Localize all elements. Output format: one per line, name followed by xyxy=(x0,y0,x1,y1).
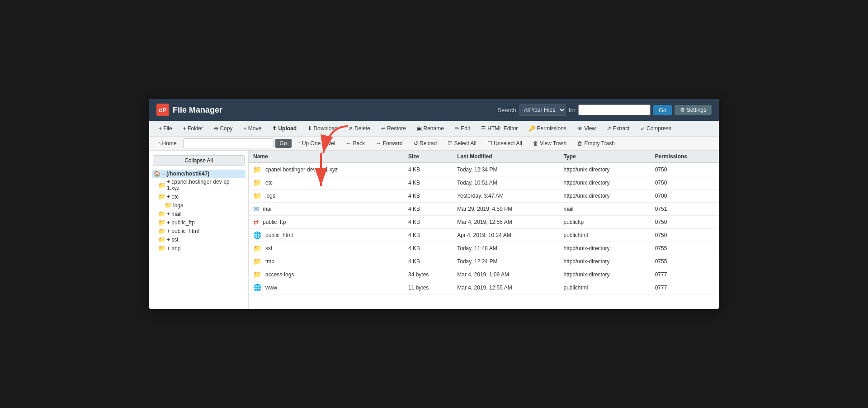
home-icon: 🏠 xyxy=(154,171,160,177)
table-row[interactable]: 📁 etc 4 KB Today, 10:51 AM httpd/unix-di… xyxy=(249,176,719,190)
sidebar: Collapse All 🏠 – (/home/hosti647) 📁 + cp… xyxy=(149,151,249,309)
tree-item-mail[interactable]: 📁 + mail xyxy=(152,209,245,218)
collapse-all-button[interactable]: Collapse All xyxy=(153,155,245,166)
col-name[interactable]: Name xyxy=(249,151,404,163)
html-editor-button[interactable]: ☰ HTML Editor xyxy=(476,123,523,134)
cell-type: publicftp xyxy=(559,216,651,229)
navigation-bar: ⌂ Home Go ↑ Up One Level ← Back → Forwar… xyxy=(149,137,719,151)
cell-permissions: 0777 xyxy=(651,281,719,294)
view-button[interactable]: 👁 View xyxy=(572,123,601,134)
tree-item-logs[interactable]: 📁 logs xyxy=(152,201,245,209)
back-button[interactable]: ← Back xyxy=(341,138,369,148)
file-name-text: tmp xyxy=(265,258,274,265)
table-row[interactable]: 🌐 www 11 bytes Mar 4, 2019, 12:55 AM pub… xyxy=(249,281,719,294)
permissions-button[interactable]: 🔑 Permissions xyxy=(524,123,571,134)
table-header-row: Name Size Last Modified Type Permissions xyxy=(249,151,719,163)
tree-item-etc[interactable]: 📁 + etc xyxy=(152,192,245,201)
file-icon-folder: 📁 xyxy=(253,257,262,266)
cell-type: httpd/unix-directory xyxy=(559,190,651,203)
cell-size: 4 KB xyxy=(404,255,453,268)
table-row[interactable]: 📁 logs 4 KB Yesterday, 3:47 AM httpd/uni… xyxy=(249,190,719,203)
delete-button[interactable]: ✕ Delete xyxy=(344,123,375,134)
cell-name: 📁 access-logs xyxy=(249,268,404,281)
copy-button[interactable]: ⊕ Copy xyxy=(209,123,237,134)
col-type[interactable]: Type xyxy=(559,151,651,163)
tree-item-root[interactable]: 🏠 – (/home/hosti647) xyxy=(152,170,245,178)
cell-type: httpd/unix-directory xyxy=(559,268,651,281)
home-button[interactable]: ⌂ Home xyxy=(153,138,181,148)
file-table: Name Size Last Modified Type Permissions… xyxy=(249,151,719,294)
table-row[interactable]: 🌐 public_html 4 KB Apr 4, 2019, 10:24 AM… xyxy=(249,229,719,242)
search-input[interactable] xyxy=(578,104,651,115)
path-input[interactable] xyxy=(183,138,274,148)
logo: cP File Manager xyxy=(156,104,222,116)
cell-permissions: 0750 xyxy=(651,216,719,229)
tree-item-public-ftp[interactable]: 📁 + public_ftp xyxy=(152,218,245,227)
cell-type: mail xyxy=(559,203,651,216)
file-name-text: www xyxy=(265,285,277,291)
extract-button[interactable]: ↗ Extract xyxy=(602,123,635,134)
forward-button[interactable]: → Forward xyxy=(371,138,407,148)
new-folder-button[interactable]: + Folder xyxy=(178,123,208,134)
col-modified[interactable]: Last Modified xyxy=(453,151,559,163)
table-row[interactable]: 📁 ssl 4 KB Today, 11:48 AM httpd/unix-di… xyxy=(249,242,719,255)
compress-button[interactable]: ↙ Compress xyxy=(636,123,676,134)
cell-size: 11 bytes xyxy=(404,281,453,294)
cell-name: 📁 ssl xyxy=(249,242,404,255)
cell-modified: Apr 4, 2019, 10:24 AM xyxy=(453,229,559,242)
cell-size: 34 bytes xyxy=(404,268,453,281)
select-all-button[interactable]: ☑ Select All xyxy=(443,138,481,148)
file-icon-ftp: ⇄ xyxy=(253,218,259,226)
file-icon-web: 🌐 xyxy=(253,284,262,292)
file-icon-folder: 📁 xyxy=(253,192,262,200)
upload-button[interactable]: ⬆ Upload xyxy=(267,123,302,134)
file-tree: 🏠 – (/home/hosti647) 📁 + cpanel.hostinge… xyxy=(149,168,248,254)
folder-icon: 📁 xyxy=(158,245,165,251)
table-row[interactable]: ⇄ public_ftp 4 KB Mar 4, 2019, 12:55 AM … xyxy=(249,216,719,229)
view-trash-button[interactable]: 🗑 View Trash xyxy=(528,138,571,148)
search-scope-select[interactable]: All Your Files xyxy=(519,104,566,116)
cell-name: 📁 logs xyxy=(249,190,404,203)
file-icon-web: 🌐 xyxy=(253,231,262,239)
cell-name: 📁 cpanel.hostinger-dev-cp-1.xyz xyxy=(249,163,404,176)
table-row[interactable]: 📁 access-logs 34 bytes Mar 4, 2019, 1:09… xyxy=(249,268,719,281)
cell-name: ✉ mail xyxy=(249,203,404,216)
cell-name: 📁 tmp xyxy=(249,255,404,268)
unselect-all-button[interactable]: ☐ Unselect All xyxy=(483,138,527,148)
file-name-text: public_html xyxy=(265,232,293,238)
path-go-button[interactable]: Go xyxy=(275,139,292,148)
cell-permissions: 0750 xyxy=(651,229,719,242)
table-row[interactable]: ✉ mail 4 KB Mar 29, 2019, 4:59 PM mail 0… xyxy=(249,203,719,216)
settings-button[interactable]: ⚙ Settings xyxy=(675,105,712,115)
cell-size: 4 KB xyxy=(404,229,453,242)
folder-icon: 📁 xyxy=(158,182,165,189)
folder-icon: 📁 xyxy=(165,202,172,209)
col-size[interactable]: Size xyxy=(404,151,453,163)
rename-button[interactable]: ▣ Rename xyxy=(412,123,449,134)
restore-button[interactable]: ↩ Restore xyxy=(376,123,411,134)
empty-trash-button[interactable]: 🗑 Empty Trash xyxy=(573,138,619,148)
tree-item-ssl[interactable]: 📁 + ssl xyxy=(152,235,245,244)
file-name-text: logs xyxy=(265,193,275,199)
search-go-button[interactable]: Go xyxy=(653,105,672,115)
tree-item-public-html[interactable]: 📁 + public_html xyxy=(152,227,245,235)
new-file-button[interactable]: + File xyxy=(154,123,177,134)
cell-name: 🌐 www xyxy=(249,281,404,294)
tree-item-cpanel[interactable]: 📁 + cpanel.hostinger-dev-cp-1.xyz xyxy=(152,178,245,192)
folder-icon: 📁 xyxy=(158,236,165,243)
table-row[interactable]: 📁 tmp 4 KB Today, 12:24 PM httpd/unix-di… xyxy=(249,255,719,268)
cpanel-logo-icon: cP xyxy=(156,104,169,116)
cell-size: 4 KB xyxy=(404,242,453,255)
download-button[interactable]: ⬇ Download xyxy=(302,123,343,134)
col-permissions[interactable]: Permissions xyxy=(651,151,719,163)
folder-icon: 📁 xyxy=(158,210,165,217)
file-name-text: public_ftp xyxy=(263,219,286,225)
table-row[interactable]: 📁 cpanel.hostinger-dev-cp-1.xyz 4 KB Tod… xyxy=(249,163,719,176)
move-button[interactable]: + Move xyxy=(238,123,266,134)
reload-button[interactable]: ↺ Reload xyxy=(409,138,441,148)
up-one-level-button[interactable]: ↑ Up One Level xyxy=(293,138,340,148)
edit-button[interactable]: ✏ Edit xyxy=(450,123,475,134)
cell-type: httpd/unix-directory xyxy=(559,255,651,268)
main-area: Collapse All 🏠 – (/home/hosti647) 📁 + cp… xyxy=(149,151,719,309)
tree-item-tmp[interactable]: 📁 + tmp xyxy=(152,244,245,252)
